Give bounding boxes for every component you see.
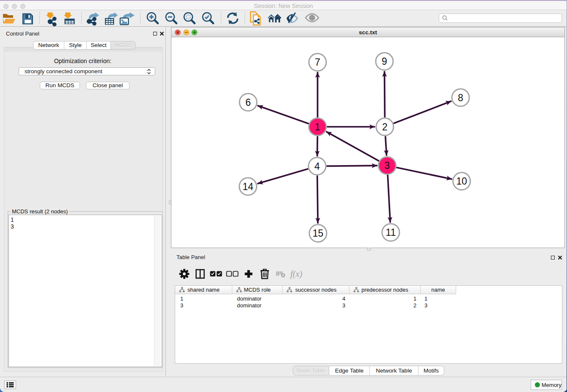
svg-text:3: 3 [385,160,390,171]
svg-text:1: 1 [315,121,320,133]
svg-text:7: 7 [315,57,320,68]
svg-text:11: 11 [386,227,396,238]
svg-text:4: 4 [314,161,320,172]
svg-text:6: 6 [245,97,251,108]
svg-text:10: 10 [456,176,467,187]
svg-text:15: 15 [313,228,324,239]
svg-text:8: 8 [458,92,463,103]
svg-text:2: 2 [382,121,388,133]
svg-text:9: 9 [382,56,387,67]
svg-text:14: 14 [242,181,253,192]
svg-text:f(x): f(x) [290,269,303,279]
